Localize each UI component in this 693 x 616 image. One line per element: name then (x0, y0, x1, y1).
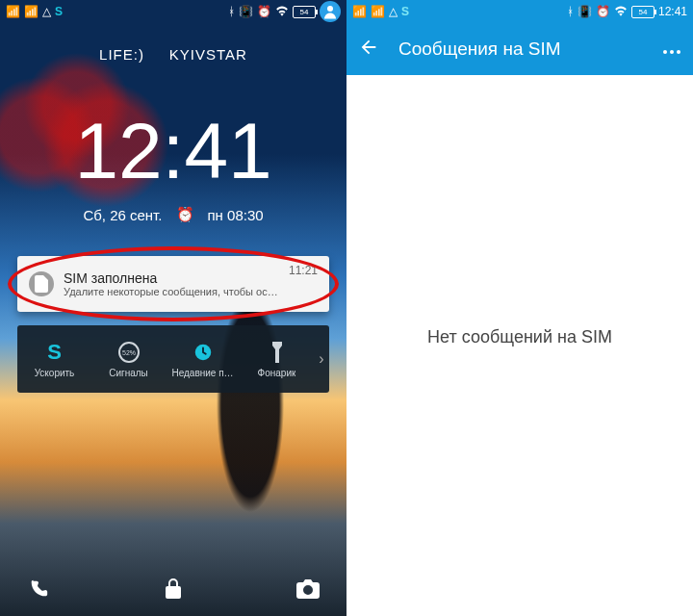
wifi-icon (614, 5, 628, 19)
status-time: 12:41 (658, 5, 687, 18)
alarm-icon: ⏰ (176, 206, 194, 223)
svg-point-4 (663, 50, 667, 54)
clock-icon (192, 341, 215, 364)
sim-messages-phone: 📶 📶 △ S ᚼ 📳 ⏰ 54 12:41 Сообщения на SIM … (346, 0, 693, 616)
signal-icon: 📶 (6, 5, 20, 18)
notification-body: Удалите некоторые сообщения, чтобы освоб… (64, 286, 279, 297)
quick-tray: S Ускорить 52% Сигналы Недавние п… Фонар… (17, 325, 329, 393)
camera-icon (296, 579, 320, 599)
tray-recent[interactable]: Недавние п… (166, 341, 240, 378)
tray-expand[interactable]: › (314, 350, 329, 368)
signal-none-icon: △ (42, 5, 51, 18)
sim-card-icon (29, 271, 54, 296)
svg-text:52%: 52% (121, 349, 135, 356)
lock-date-row: Сб, 26 сент. ⏰ пн 08:30 (0, 206, 346, 223)
lock-date: Сб, 26 сент. (83, 207, 162, 223)
more-horiz-icon (662, 49, 681, 55)
battery-icon: 54 (631, 6, 654, 18)
bluetooth-icon: ᚼ (228, 5, 235, 18)
screen-title: Сообщения на SIM (398, 38, 643, 60)
signal-icon: 📶 (352, 5, 367, 18)
s-app-icon: S (55, 5, 63, 18)
s-app-icon: S (43, 341, 66, 364)
lock-clock: 12:41 (0, 106, 346, 196)
signal-none-icon: △ (389, 5, 398, 18)
signal-icon: 📶 (371, 5, 385, 18)
signal-icon: 📶 (24, 5, 38, 18)
app-bar: Сообщения на SIM (346, 23, 693, 75)
battery-icon: 54 (293, 6, 316, 18)
lock-icon (164, 578, 183, 601)
tray-flashlight[interactable]: Фонарик (240, 341, 314, 378)
gauge-icon: 52% (117, 341, 141, 364)
phone-shortcut[interactable] (25, 576, 52, 603)
arrow-left-icon (358, 37, 379, 58)
vibrate-icon: 📳 (578, 5, 592, 18)
carrier-1: LIFE:) (99, 46, 144, 63)
lock-indicator[interactable] (160, 576, 187, 603)
flashlight-icon (266, 341, 289, 364)
camera-shortcut[interactable] (295, 576, 321, 603)
svg-point-0 (327, 6, 333, 12)
carrier-row: LIFE:) KYIVSTAR (0, 46, 346, 63)
notification-time: 11:21 (289, 264, 318, 277)
svg-point-6 (677, 50, 680, 54)
back-button[interactable] (358, 37, 379, 63)
overflow-menu[interactable] (662, 38, 681, 60)
status-bar: 📶 📶 △ S ᚼ 📳 ⏰ 54 (0, 0, 346, 23)
notification-title: SIM заполнена (64, 270, 279, 286)
empty-state-text: Нет сообщений на SIM (346, 327, 693, 347)
chevron-right-icon: › (319, 350, 323, 368)
alarm-icon: ⏰ (596, 5, 610, 18)
wifi-icon (275, 5, 289, 19)
tray-boost[interactable]: S Ускорить (17, 341, 91, 378)
svg-point-5 (670, 50, 674, 54)
carrier-2: KYIVSTAR (169, 46, 247, 63)
lockscreen-phone: 📶 📶 △ S ᚼ 📳 ⏰ 54 LIFE:) KYIVSTAR 12:41 С… (0, 0, 346, 616)
phone-icon (28, 578, 49, 600)
profile-avatar[interactable] (320, 1, 341, 22)
tray-signals[interactable]: 52% Сигналы (91, 341, 166, 378)
notification-card[interactable]: SIM заполнена Удалите некоторые сообщени… (17, 256, 329, 312)
next-alarm: пн 08:30 (208, 207, 264, 223)
bluetooth-icon: ᚼ (567, 5, 574, 18)
status-bar: 📶 📶 △ S ᚼ 📳 ⏰ 54 12:41 (346, 0, 693, 23)
vibrate-icon: 📳 (239, 5, 253, 18)
alarm-icon: ⏰ (257, 5, 271, 18)
s-app-icon: S (401, 5, 409, 18)
